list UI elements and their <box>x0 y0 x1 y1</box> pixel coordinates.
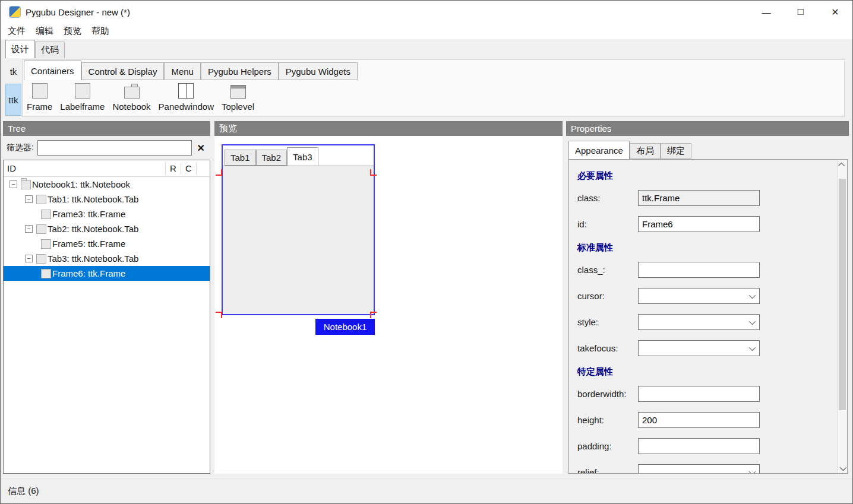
status-messages-label[interactable]: 信息 (6) <box>8 486 39 497</box>
palette-items: Frame Labelframe Notebook Panedwindow To… <box>27 82 254 112</box>
class-field[interactable] <box>638 190 760 206</box>
tab-appearance[interactable]: Appearance <box>568 141 630 159</box>
tab-node-icon <box>36 224 46 234</box>
takefocus-label: takefocus: <box>577 343 638 353</box>
padding-field[interactable] <box>638 438 760 454</box>
palette-tab-control-display[interactable]: Control & Display <box>81 62 165 80</box>
selection-handle-top-left[interactable] <box>216 169 222 176</box>
column-id[interactable]: ID <box>4 163 165 173</box>
tree-row-label: Tab2: ttk.Notebook.Tab <box>48 224 138 234</box>
borderwidth-field[interactable] <box>638 386 760 402</box>
palette-tab-containers[interactable]: Containers <box>24 61 81 80</box>
prop-row-class_: class_: <box>577 262 847 278</box>
prop-row-height: height: <box>577 412 847 428</box>
tree-row-label: Notebook1: ttk.Notebook <box>32 179 130 189</box>
cursor-select[interactable] <box>638 288 760 304</box>
tab-node-icon <box>36 254 46 264</box>
minimize-icon[interactable]: — <box>749 1 784 23</box>
class_-label: class_: <box>577 265 638 275</box>
collapse-icon[interactable] <box>25 255 33 262</box>
tree-table: ID R C Notebook1: ttk.Notebook Tab1: ttk… <box>3 160 210 474</box>
column-c[interactable]: C <box>181 163 196 173</box>
properties-tabs: Appearance 布局 绑定 <box>568 141 691 159</box>
menu-edit[interactable]: 编辑 <box>36 24 53 38</box>
scrollbar-thumb[interactable] <box>839 179 846 410</box>
window-title: Pygubu Designer - new (*) <box>26 7 130 17</box>
palette-widget-panedwindow[interactable]: Panedwindow <box>159 82 214 112</box>
palette-widget-label: Panedwindow <box>159 102 214 112</box>
preview-frame6-body[interactable] <box>223 166 374 314</box>
scroll-down-icon[interactable] <box>838 463 847 473</box>
palette-group-ttk[interactable]: ttk <box>5 84 21 116</box>
id-field[interactable] <box>638 216 760 232</box>
frame-node-icon <box>41 269 51 278</box>
palette-widget-toplevel[interactable]: Toplevel <box>222 82 254 112</box>
selection-handle-bottom-right[interactable] <box>370 312 377 318</box>
frame-node-icon <box>41 239 51 249</box>
selection-handle-top-right[interactable] <box>370 169 377 176</box>
palette-group-tk[interactable]: tk <box>5 60 21 83</box>
column-r[interactable]: R <box>166 163 181 173</box>
tab-layout[interactable]: 布局 <box>630 143 661 159</box>
selection-handle-bottom-left[interactable] <box>216 312 222 318</box>
palette-widget-labelframe[interactable]: Labelframe <box>60 82 105 112</box>
collapse-icon[interactable] <box>25 195 33 203</box>
close-icon[interactable]: ✕ <box>818 1 852 23</box>
collapse-icon[interactable] <box>10 180 17 188</box>
labelframe-widget-icon <box>74 82 91 100</box>
menu-file[interactable]: 文件 <box>8 24 26 38</box>
palette-tab-menu[interactable]: Menu <box>164 62 201 80</box>
relief-label: relief: <box>577 467 638 474</box>
height-field[interactable] <box>638 412 760 428</box>
tree-row-notebook1[interactable]: Notebook1: ttk.Notebook <box>4 177 210 192</box>
class_-field[interactable] <box>638 262 760 278</box>
tree-row-frame3[interactable]: Frame3: ttk.Frame <box>4 207 210 221</box>
palette-tab-pygubu-helpers[interactable]: Pygubu Helpers <box>201 62 279 80</box>
palette-widget-label: Toplevel <box>222 102 254 112</box>
tree-row-label: Frame6: ttk.Frame <box>52 268 125 278</box>
takefocus-select[interactable] <box>638 340 760 356</box>
collapse-icon[interactable] <box>25 225 33 233</box>
preview-tab1[interactable]: Tab1 <box>225 150 256 166</box>
tab-code[interactable]: 代码 <box>35 42 65 58</box>
palette-widget-label: Notebook <box>112 102 150 112</box>
tree-row-frame6[interactable]: Frame6: ttk.Frame <box>4 266 210 281</box>
preview-tab2[interactable]: Tab2 <box>256 150 288 166</box>
properties-scrollbar[interactable] <box>837 160 847 473</box>
menu-help[interactable]: 帮助 <box>91 24 109 38</box>
palette-widget-notebook[interactable]: Notebook <box>112 82 150 112</box>
scroll-up-icon[interactable] <box>838 160 847 170</box>
mode-tabs: 设计 代码 <box>1 39 65 58</box>
chevron-down-icon <box>749 291 756 298</box>
prop-row-padding: padding: <box>577 438 847 454</box>
filter-input[interactable] <box>37 140 192 156</box>
style-select[interactable] <box>638 314 760 330</box>
filter-clear-icon[interactable]: ✕ <box>195 142 207 154</box>
chevron-down-icon <box>749 468 756 474</box>
preview-tab3[interactable]: Tab3 <box>287 147 318 166</box>
borderwidth-label: borderwidth: <box>577 389 638 399</box>
maximize-icon[interactable]: □ <box>784 1 818 23</box>
tree-row-tab3[interactable]: Tab3: ttk.Notebook.Tab <box>4 251 210 266</box>
menu-preview[interactable]: 预览 <box>64 24 81 38</box>
properties-panel: Properties Appearance 布局 绑定 必要属性 class: … <box>566 121 849 474</box>
preview-notebook-widget[interactable]: Tab1 Tab2 Tab3 <box>222 144 375 315</box>
tree-row-tab2[interactable]: Tab2: ttk.Notebook.Tab <box>4 221 210 236</box>
palette-widget-frame[interactable]: Frame <box>27 82 52 112</box>
id-label: id: <box>577 219 638 229</box>
height-label: height: <box>577 415 638 425</box>
prop-row-takefocus: takefocus: <box>577 340 847 356</box>
padding-label: padding: <box>577 441 638 451</box>
preview-notebook-tabs: Tab1 Tab2 Tab3 <box>223 145 374 166</box>
section-required-heading: 必要属性 <box>577 170 847 182</box>
properties-content: 必要属性 class: id: 标准属性 class_: cursor: sty… <box>568 159 848 474</box>
preview-canvas[interactable]: Tab1 Tab2 Tab3 Notebook1 <box>214 136 563 474</box>
tab-bindings[interactable]: 绑定 <box>661 143 691 159</box>
tab-design[interactable]: 设计 <box>5 40 35 58</box>
frame-node-icon <box>41 210 51 219</box>
relief-select[interactable] <box>638 464 760 474</box>
palette-tab-pygubu-widgets[interactable]: Pygubu Widgets <box>279 62 358 80</box>
tree-row-tab1[interactable]: Tab1: ttk.Notebook.Tab <box>4 192 210 207</box>
tab-node-icon <box>36 195 46 204</box>
tree-row-frame5[interactable]: Frame5: ttk.Frame <box>4 236 210 251</box>
